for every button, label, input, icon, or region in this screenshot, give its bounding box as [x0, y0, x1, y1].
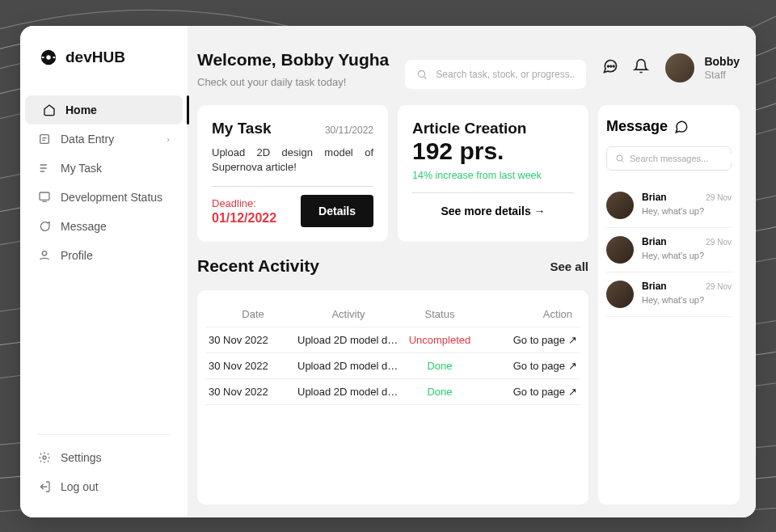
status-icon: [38, 191, 51, 204]
arrow-icon: ↗: [568, 334, 577, 346]
message-time: 29 Nov: [706, 193, 732, 202]
nav-label: Message: [61, 220, 107, 233]
message-preview: Hey, what's up?: [642, 206, 732, 216]
message-item[interactable]: Brian29 NovHey, what's up?: [606, 184, 732, 228]
nav-label: Home: [65, 103, 97, 116]
welcome-subtitle: Check out your daily task today!: [197, 76, 389, 88]
cell-status: Uncompleted: [399, 334, 480, 346]
message-search-box[interactable]: [606, 146, 732, 171]
logo-icon: [40, 49, 57, 66]
go-to-page-link[interactable]: Go to page ↗: [480, 334, 577, 346]
nav-item-home[interactable]: Home: [25, 95, 183, 125]
nav-label: Development Status: [61, 191, 162, 204]
go-to-page-link[interactable]: Go to page ↗: [480, 360, 577, 372]
col-activity: Activity: [297, 308, 399, 320]
nav-divider: [38, 434, 170, 435]
cell-date: 30 Nov 2022: [209, 386, 297, 398]
see-more-link[interactable]: See more details →: [412, 205, 574, 217]
see-all-link[interactable]: See all: [550, 260, 588, 273]
divider: [412, 192, 574, 193]
nav-item-profile[interactable]: Profile: [20, 241, 188, 270]
user-name: Bobby: [704, 55, 740, 69]
table-header: Date Activity Status Action: [205, 302, 580, 327]
details-button[interactable]: Details: [301, 195, 373, 227]
nav-label: Settings: [61, 451, 102, 464]
message-preview: Hey, what's up?: [642, 295, 732, 305]
nav-item-my-task[interactable]: My Task: [20, 154, 188, 183]
svg-point-1: [46, 55, 51, 60]
article-title: Article Creation: [412, 120, 574, 137]
table-row: 30 Nov 2022Upload 2D model des...DoneGo …: [205, 379, 580, 405]
message-item[interactable]: Brian29 NovHey, what's up?: [606, 272, 732, 317]
task-icon: [38, 162, 51, 175]
message-preview: Hey, what's up?: [642, 251, 732, 260]
svg-point-6: [419, 70, 425, 77]
chat-icon[interactable]: [602, 58, 618, 74]
bell-icon[interactable]: [633, 58, 649, 74]
message-avatar: [606, 192, 634, 219]
active-indicator: [187, 95, 189, 125]
nav-item-message[interactable]: Message: [20, 212, 188, 241]
cell-date: 30 Nov 2022: [209, 360, 297, 372]
nav-label: Data Entry: [61, 133, 114, 146]
home-icon: [43, 103, 56, 116]
cell-activity: Upload 2D model des...: [297, 360, 399, 372]
article-increase: 14% increase from last week: [412, 170, 574, 181]
nav-label: Log out: [61, 480, 99, 493]
mytask-date: 30/11/2022: [325, 125, 373, 136]
recent-title: Recent Activity: [197, 256, 319, 276]
message-item[interactable]: Brian29 NovHey, what's up?: [606, 228, 732, 272]
search-box[interactable]: [405, 60, 586, 89]
chevron-right-icon: ›: [167, 134, 170, 144]
nav-item-logout[interactable]: Log out: [20, 472, 188, 501]
message-icon: [38, 220, 51, 233]
cell-activity: Upload 2D model des...: [297, 334, 399, 346]
col-status: Status: [399, 308, 480, 320]
message-avatar: [606, 236, 634, 264]
nav-item-development-status[interactable]: Development Status: [20, 183, 188, 212]
welcome-block: Welcome, Bobby Yugha Check out your dail…: [197, 50, 389, 88]
svg-point-9: [614, 65, 615, 67]
sidebar: devHUB Home Data Entry › M: [20, 26, 188, 517]
data-entry-icon: [38, 133, 51, 146]
messages-panel: Message Brian29 NovHey, what's up?Brian2…: [598, 105, 740, 505]
header-icons: [602, 58, 649, 74]
logout-icon: [38, 480, 51, 493]
search-icon: [416, 69, 428, 80]
deadline-label: Deadline:: [212, 197, 276, 209]
activity-table: Date Activity Status Action 30 Nov 2022U…: [197, 290, 588, 505]
search-icon: [615, 154, 625, 163]
message-time: 29 Nov: [706, 282, 732, 291]
main-nav: Home Data Entry › My Task Deve: [20, 95, 188, 501]
message-sender: Brian: [642, 281, 667, 292]
profile-icon: [38, 249, 51, 262]
cell-activity: Upload 2D model des...: [297, 386, 399, 398]
welcome-title: Welcome, Bobby Yugha: [197, 50, 389, 70]
svg-point-5: [43, 456, 46, 459]
table-row: 30 Nov 2022Upload 2D model des...Uncompl…: [205, 327, 580, 353]
search-input[interactable]: [436, 69, 575, 80]
deadline-value: 01/12/2022: [212, 211, 276, 226]
svg-point-10: [617, 155, 622, 161]
col-action: Action: [480, 308, 577, 320]
svg-rect-3: [40, 192, 49, 200]
avatar: [665, 53, 694, 82]
messages-header: Message: [606, 118, 732, 135]
cell-date: 30 Nov 2022: [209, 334, 297, 346]
nav-item-data-entry[interactable]: Data Entry ›: [20, 125, 188, 154]
message-sender: Brian: [642, 236, 667, 247]
gear-icon: [38, 451, 51, 464]
message-sender: Brian: [642, 192, 667, 203]
article-card: Article Creation 192 prs. 14% increase f…: [398, 105, 588, 242]
arrow-icon: ↗: [568, 386, 577, 398]
svg-point-4: [42, 251, 46, 255]
app-window: devHUB Home Data Entry › M: [20, 26, 756, 517]
go-to-page-link[interactable]: Go to page ↗: [480, 386, 577, 398]
nav-item-settings[interactable]: Settings: [20, 443, 188, 472]
user-block[interactable]: Bobby Staff: [665, 53, 740, 82]
message-search-input[interactable]: [630, 154, 740, 163]
cell-status: Done: [399, 386, 480, 398]
brand-logo: devHUB: [20, 49, 188, 95]
message-time: 29 Nov: [706, 238, 732, 247]
col-date: Date: [209, 308, 297, 320]
